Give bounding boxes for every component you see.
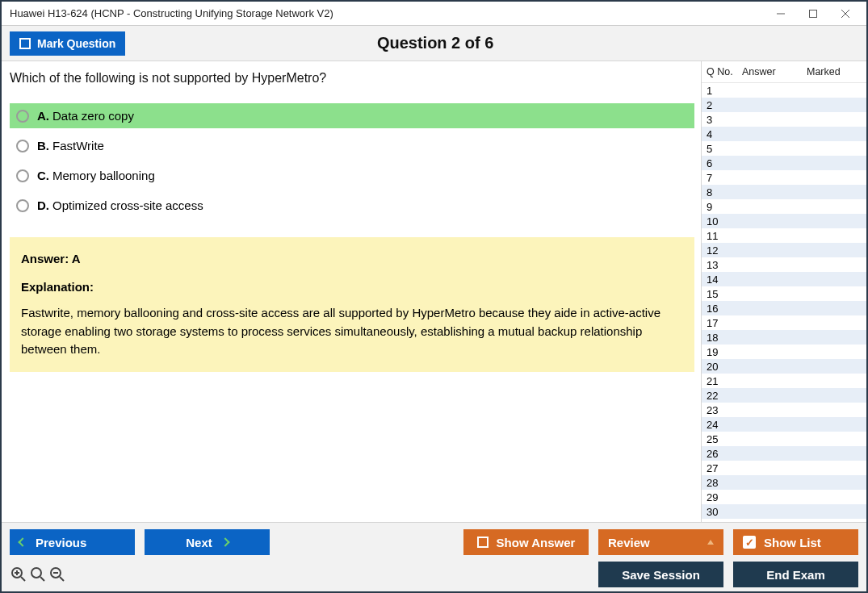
explanation-text: Fastwrite, memory ballooning and cross-s… bbox=[21, 304, 683, 359]
q-number: 23 bbox=[707, 404, 742, 416]
q-number: 1 bbox=[707, 85, 742, 97]
radio-icon bbox=[16, 110, 29, 123]
side-panel: Q No. Answer Marked 12345678910111213141… bbox=[701, 61, 866, 522]
question-list[interactable]: 1234567891011121314151617181920212223242… bbox=[702, 83, 866, 522]
chevron-right-icon bbox=[220, 537, 229, 546]
question-list-row[interactable]: 27 bbox=[702, 461, 866, 475]
side-header: Q No. Answer Marked bbox=[702, 61, 866, 83]
show-list-label: Show List bbox=[764, 536, 821, 549]
question-list-row[interactable]: 9 bbox=[702, 199, 866, 214]
q-number: 4 bbox=[707, 128, 742, 140]
q-number: 7 bbox=[707, 172, 742, 184]
question-list-row[interactable]: 12 bbox=[702, 243, 866, 257]
question-list-row[interactable]: 22 bbox=[702, 388, 866, 403]
app-window: Huawei H13-624 (HCNP - Constructing Unif… bbox=[0, 0, 868, 593]
question-list-row[interactable]: 28 bbox=[702, 475, 866, 490]
svg-line-11 bbox=[60, 577, 64, 581]
previous-button[interactable]: Previous bbox=[10, 529, 135, 555]
radio-icon bbox=[16, 140, 29, 152]
question-list-row[interactable]: 3 bbox=[702, 112, 866, 127]
side-col-answer: Answer bbox=[742, 66, 807, 77]
question-list-row[interactable]: 15 bbox=[702, 286, 866, 301]
question-list-row[interactable]: 13 bbox=[702, 257, 866, 272]
mark-question-label: Mark Question bbox=[37, 37, 115, 50]
show-answer-button[interactable]: Show Answer bbox=[463, 529, 589, 555]
question-list-row[interactable]: 21 bbox=[702, 374, 866, 388]
question-list-row[interactable]: 19 bbox=[702, 345, 866, 359]
svg-point-8 bbox=[31, 568, 41, 578]
q-number: 5 bbox=[707, 143, 742, 155]
minimize-button[interactable] bbox=[765, 2, 797, 25]
zoom-reset-icon[interactable] bbox=[29, 566, 47, 583]
question-list-row[interactable]: 10 bbox=[702, 214, 866, 228]
question-list-row[interactable]: 6 bbox=[702, 156, 866, 170]
maximize-button[interactable] bbox=[797, 2, 829, 25]
radio-icon bbox=[16, 199, 29, 212]
question-counter: Question 2 of 6 bbox=[125, 34, 745, 52]
show-list-button[interactable]: ✓ Show List bbox=[733, 529, 858, 555]
question-list-row[interactable]: 25 bbox=[702, 432, 866, 446]
question-list-row[interactable]: 26 bbox=[702, 446, 866, 461]
q-number: 16 bbox=[707, 303, 742, 315]
question-list-row[interactable]: 8 bbox=[702, 185, 866, 199]
options-list: A. Data zero copyB. FastWriteC. Memory b… bbox=[10, 103, 694, 218]
question-list-row[interactable]: 1 bbox=[702, 83, 866, 98]
q-number: 22 bbox=[707, 390, 742, 402]
svg-line-5 bbox=[21, 577, 25, 581]
option-text: Optimized cross-site access bbox=[52, 198, 203, 212]
question-list-row[interactable]: 4 bbox=[702, 127, 866, 141]
question-list-row[interactable]: 5 bbox=[702, 141, 866, 156]
checkbox-icon bbox=[19, 38, 31, 49]
q-number: 21 bbox=[707, 375, 742, 387]
header-bar: Mark Question Question 2 of 6 bbox=[2, 26, 866, 61]
previous-label: Previous bbox=[36, 536, 86, 549]
q-number: 26 bbox=[707, 448, 742, 460]
review-label: Review bbox=[608, 536, 650, 549]
end-exam-button[interactable]: End Exam bbox=[733, 562, 858, 587]
option-text: Memory ballooning bbox=[52, 169, 155, 182]
q-number: 19 bbox=[707, 346, 742, 358]
svg-rect-1 bbox=[810, 10, 817, 17]
question-list-row[interactable]: 24 bbox=[702, 417, 866, 432]
option-a[interactable]: A. Data zero copy bbox=[10, 103, 694, 128]
q-number: 18 bbox=[707, 332, 742, 344]
option-letter: A. bbox=[37, 109, 49, 123]
q-number: 10 bbox=[707, 215, 742, 228]
zoom-out-icon[interactable] bbox=[48, 566, 66, 583]
question-list-row[interactable]: 23 bbox=[702, 403, 866, 417]
q-number: 25 bbox=[707, 433, 742, 445]
question-list-row[interactable]: 17 bbox=[702, 315, 866, 330]
question-list-row[interactable]: 29 bbox=[702, 490, 866, 504]
radio-icon bbox=[16, 169, 29, 182]
question-list-row[interactable]: 18 bbox=[702, 330, 866, 345]
footer: Previous Next Show Answer Review ✓ Show … bbox=[2, 522, 866, 591]
q-number: 20 bbox=[707, 361, 742, 373]
q-number: 29 bbox=[707, 491, 742, 503]
option-b[interactable]: B. FastWrite bbox=[10, 133, 694, 158]
question-list-row[interactable]: 14 bbox=[702, 272, 866, 286]
question-list-row[interactable]: 7 bbox=[702, 170, 866, 185]
question-list-row[interactable]: 2 bbox=[702, 98, 866, 112]
checkbox-icon bbox=[477, 537, 489, 548]
question-list-row[interactable]: 16 bbox=[702, 301, 866, 315]
review-button[interactable]: Review bbox=[598, 529, 723, 555]
q-number: 3 bbox=[707, 114, 742, 126]
option-d[interactable]: D. Optimized cross-site access bbox=[10, 193, 694, 218]
next-button[interactable]: Next bbox=[145, 529, 270, 555]
save-session-label: Save Session bbox=[622, 568, 700, 582]
mark-question-button[interactable]: Mark Question bbox=[10, 31, 125, 56]
end-exam-label: End Exam bbox=[766, 568, 825, 582]
question-text: Which of the following is not supported … bbox=[10, 71, 694, 86]
option-c[interactable]: C. Memory ballooning bbox=[10, 163, 694, 188]
q-number: 28 bbox=[707, 477, 742, 489]
close-button[interactable] bbox=[829, 2, 862, 25]
q-number: 14 bbox=[707, 274, 742, 286]
question-list-row[interactable]: 30 bbox=[702, 504, 866, 519]
zoom-in-icon[interactable] bbox=[10, 566, 27, 583]
chevron-left-icon bbox=[18, 537, 27, 546]
q-number: 13 bbox=[707, 259, 742, 271]
question-list-row[interactable]: 11 bbox=[702, 228, 866, 243]
save-session-button[interactable]: Save Session bbox=[598, 562, 723, 587]
question-list-row[interactable]: 20 bbox=[702, 359, 866, 374]
q-number: 6 bbox=[707, 157, 742, 169]
